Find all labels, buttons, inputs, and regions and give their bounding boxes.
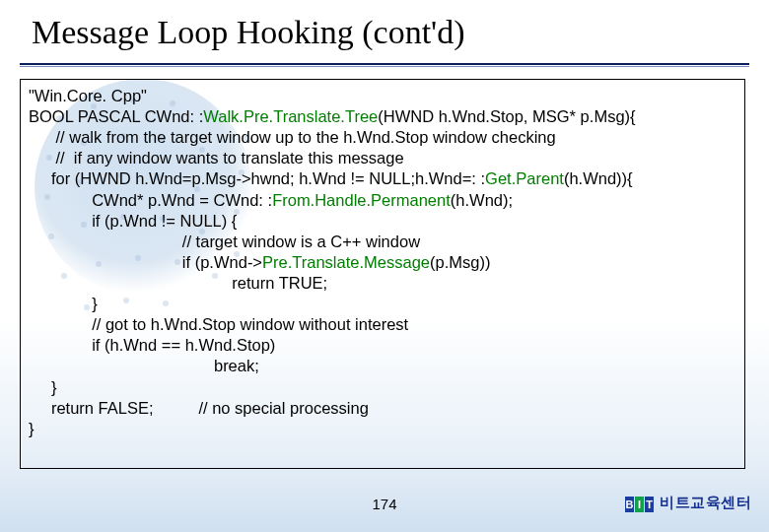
- code-line: CWnd* p.Wnd = CWnd: :From.Handle.Permane…: [29, 191, 513, 209]
- logo-letter-i: I: [635, 497, 644, 512]
- code-func: Pre.Translate.Message: [262, 253, 430, 271]
- code-line: if (h.Wnd == h.Wnd.Stop): [29, 336, 275, 354]
- logo-letter-t: T: [645, 497, 654, 512]
- code-line: break;: [29, 357, 259, 374]
- code-line: "Win.Core. Cpp": [29, 87, 147, 104]
- code-box: "Win.Core. Cpp" BOOL PASCAL CWnd: :Walk.…: [20, 79, 745, 469]
- code-func: Walk.Pre.Translate.Tree: [203, 107, 378, 125]
- code-line: // if any window wants to translate this…: [29, 149, 404, 166]
- slide-title: Message Loop Hooking (cont'd): [32, 14, 465, 51]
- code-line: }: [29, 378, 56, 396]
- code-line: }: [29, 295, 98, 312]
- code-line: for (HWND h.Wnd=p.Msg->hwnd; h.Wnd != NU…: [29, 169, 633, 187]
- code-func: Get.Parent: [485, 169, 564, 187]
- slide: Message Loop Hooking (cont'd) "Win.Core.…: [0, 0, 769, 532]
- code-line: if (p.Wnd != NULL) {: [29, 212, 237, 230]
- code-line: // walk from the target window up to the…: [29, 128, 556, 146]
- code-func: From.Handle.Permanent: [272, 191, 451, 209]
- footer-logo: B I T: [625, 497, 655, 512]
- code-line: }: [29, 420, 35, 437]
- code-line: return FALSE; // no special processing: [29, 399, 369, 417]
- title-underline: [20, 63, 749, 65]
- code-line: // target window is a C++ window: [29, 233, 420, 250]
- code-line: return TRUE;: [29, 274, 327, 292]
- code-block: "Win.Core. Cpp" BOOL PASCAL CWnd: :Walk.…: [29, 86, 736, 439]
- code-line: BOOL PASCAL CWnd: :Walk.Pre.Translate.Tr…: [29, 107, 636, 125]
- logo-letter-b: B: [625, 497, 634, 512]
- code-line: // got to h.Wnd.Stop window without inte…: [29, 315, 408, 333]
- footer-label: 비트교육센터: [660, 494, 751, 512]
- code-line: if (p.Wnd->Pre.Translate.Message(p.Msg)): [29, 253, 490, 271]
